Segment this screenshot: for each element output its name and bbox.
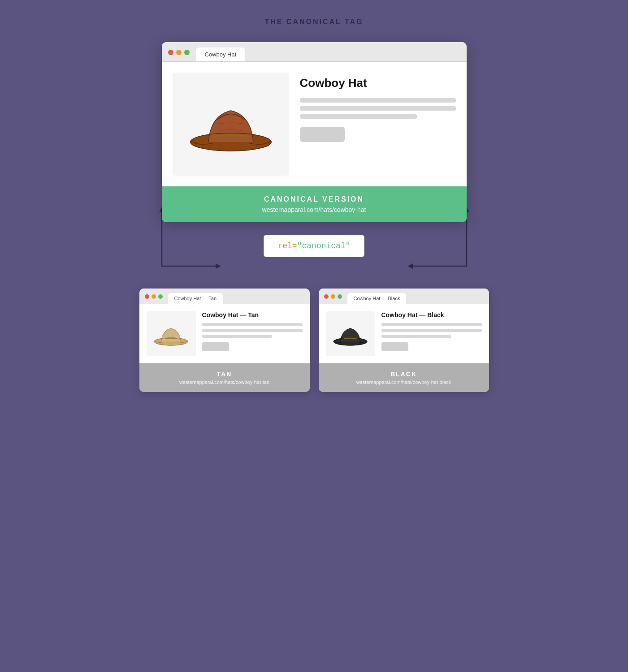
traffic-light-yellow bbox=[176, 50, 182, 55]
black-product-image bbox=[326, 311, 375, 356]
tan-variant-banner: TAN westernapparal.com/hats/cowboy-hat-t… bbox=[139, 363, 310, 392]
black-hat-svg bbox=[331, 317, 369, 351]
tan-button bbox=[202, 342, 229, 351]
black-line-3 bbox=[381, 335, 452, 338]
black-variant-label: BLACK bbox=[326, 370, 482, 378]
main-browser: Cowboy Hat bbox=[162, 42, 467, 222]
page-wrapper: THE CANONICAL TAG Cowboy Hat bbox=[139, 18, 489, 392]
rel-canonical-wrapper: rel="canonical" bbox=[139, 235, 489, 257]
rel-canonical-box: rel="canonical" bbox=[264, 235, 364, 257]
tan-tl-red bbox=[145, 294, 149, 299]
outer-container: Cowboy Hat bbox=[139, 42, 489, 392]
black-traffic-lights bbox=[324, 294, 342, 302]
black-tl-green bbox=[338, 294, 342, 299]
tan-line-3 bbox=[202, 335, 273, 338]
canonical-banner: CANONICAL VERSION westernapparal.com/hat… bbox=[162, 186, 467, 222]
text-line-3 bbox=[300, 114, 417, 119]
page-title: THE CANONICAL TAG bbox=[264, 18, 363, 26]
black-product-title: Cowboy Hat — Black bbox=[381, 311, 482, 319]
traffic-lights bbox=[168, 50, 190, 60]
canonical-url: westernapparal.com/hats/cowboy-hat bbox=[171, 206, 458, 213]
black-tl-yellow bbox=[331, 294, 335, 299]
black-browser-titlebar: Cowboy Hat — Black bbox=[319, 289, 489, 304]
main-browser-tab: Cowboy Hat bbox=[196, 47, 246, 61]
tan-line-2 bbox=[202, 329, 303, 332]
tan-hat-svg bbox=[152, 317, 190, 351]
tan-product-image bbox=[147, 311, 196, 356]
main-product-image bbox=[173, 73, 289, 176]
svg-marker-2 bbox=[216, 263, 221, 269]
tan-product-title: Cowboy Hat — Tan bbox=[202, 311, 303, 319]
main-product-title: Cowboy Hat bbox=[300, 76, 456, 90]
rel-val-text: "canonical" bbox=[297, 241, 351, 250]
rel-attr-text: rel= bbox=[277, 241, 297, 250]
canonical-version-label: CANONICAL VERSION bbox=[171, 195, 458, 203]
svg-marker-4 bbox=[407, 263, 413, 269]
black-variant-banner: BLACK westernapparal.com/hats/cowboy-hat… bbox=[319, 363, 489, 392]
tan-browser-titlebar: Cowboy Hat — Tan bbox=[139, 289, 310, 304]
black-browser-content: Cowboy Hat — Black bbox=[319, 304, 489, 363]
traffic-light-green bbox=[184, 50, 190, 55]
button-placeholder bbox=[300, 127, 345, 142]
cowboy-hat-svg bbox=[186, 84, 276, 164]
text-line-2 bbox=[300, 106, 456, 111]
black-browser-tab: Cowboy Hat — Black bbox=[347, 293, 407, 304]
main-browser-titlebar: Cowboy Hat bbox=[162, 42, 467, 62]
text-line-1 bbox=[300, 98, 456, 103]
main-browser-content: Cowboy Hat bbox=[162, 62, 467, 186]
black-browser: Cowboy Hat — Black bbox=[319, 289, 489, 392]
bottom-browsers: Cowboy Hat — Tan bbox=[139, 289, 489, 392]
tan-browser-tab: Cowboy Hat — Tan bbox=[168, 293, 223, 304]
tan-variant-label: TAN bbox=[147, 370, 303, 378]
tan-tl-green bbox=[158, 294, 163, 299]
tan-product-details: Cowboy Hat — Tan bbox=[202, 311, 303, 351]
black-button bbox=[381, 342, 408, 351]
black-variant-url: westernapparal.com/hats/cowboy-hat-black bbox=[326, 379, 482, 385]
black-line-1 bbox=[381, 323, 482, 326]
main-product-details: Cowboy Hat bbox=[300, 73, 456, 142]
black-tl-red bbox=[324, 294, 329, 299]
tan-traffic-lights bbox=[145, 294, 163, 302]
black-line-2 bbox=[381, 329, 482, 332]
tan-browser-content: Cowboy Hat — Tan bbox=[139, 304, 310, 363]
black-product-details: Cowboy Hat — Black bbox=[381, 311, 482, 351]
tan-browser: Cowboy Hat — Tan bbox=[139, 289, 310, 392]
tan-line-1 bbox=[202, 323, 303, 326]
traffic-light-red bbox=[168, 50, 173, 55]
tan-tl-yellow bbox=[152, 294, 156, 299]
tan-variant-url: westernapparal.com/hats/cowboy-hat-tan bbox=[147, 379, 303, 385]
